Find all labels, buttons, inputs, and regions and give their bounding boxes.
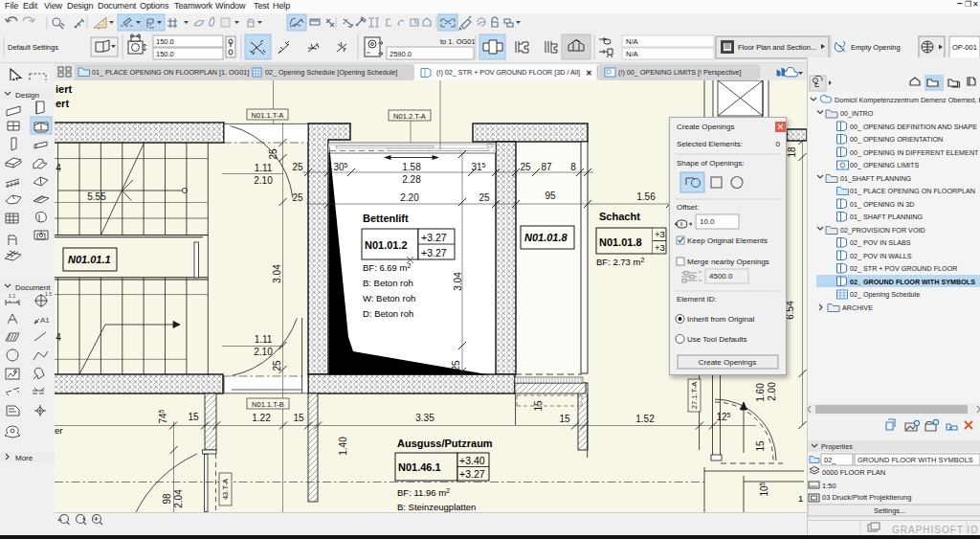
svg-text:Floor Plan and Section...: Floor Plan and Section... (738, 43, 816, 52)
svg-text:N/A: N/A (626, 50, 638, 58)
svg-text:N01.46.1: N01.46.1 (398, 461, 441, 473)
svg-text:01_ PLACE OPENING ON FLOORPLAN: 01_ PLACE OPENING ON FLOORPLAN [1. OG01] (92, 68, 249, 77)
svg-text:Shape of Openings:: Shape of Openings: (677, 159, 745, 168)
svg-text:0: 0 (776, 140, 781, 148)
svg-text:Default Settings: Default Settings (8, 43, 58, 52)
svg-text:01_ OPENING IN 3D: 01_ OPENING IN 3D (850, 200, 915, 209)
svg-text:Element ID:: Element ID: (677, 295, 717, 303)
svg-text:W: Beton roh: W: Beton roh (363, 293, 415, 303)
svg-text:02_PROVISION FOR VOID: 02_PROVISION FOR VOID (840, 226, 925, 235)
svg-text:01_SHAFT PLANNING: 01_SHAFT PLANNING (840, 174, 912, 183)
svg-text:+3.27: +3.27 (421, 247, 447, 258)
svg-text:1.52: 1.52 (635, 414, 655, 424)
svg-text:00_INTRO: 00_INTRO (840, 109, 874, 118)
svg-text:+3: +3 (655, 229, 665, 239)
svg-text:3.35: 3.35 (415, 413, 434, 423)
svg-text:Domicil Kompetenzzentrum Demen: Domicil Kompetenzzentrum Demenz Oberried… (835, 96, 980, 104)
svg-text:15: 15 (293, 413, 304, 423)
svg-text:B: Beton roh: B: Beton roh (363, 278, 413, 288)
svg-text:Schacht: Schacht (599, 211, 640, 222)
svg-text:4: 4 (56, 332, 61, 343)
svg-text:ARCHIVE: ARCHIVE (842, 303, 873, 312)
svg-text:150.0: 150.0 (156, 50, 174, 58)
svg-text:95: 95 (545, 191, 556, 201)
svg-text:D: Beton roh: D: Beton roh (363, 308, 413, 319)
svg-text:Empty Opening: Empty Opening (851, 43, 901, 52)
svg-text:5.55: 5.55 (87, 191, 106, 202)
svg-text:OP-001: OP-001 (952, 43, 977, 52)
svg-text:Inherit from Original: Inherit from Original (687, 315, 754, 324)
svg-text:150.0: 150.0 (156, 37, 174, 46)
svg-text:25: 25 (292, 192, 303, 203)
svg-text:More: More (15, 454, 33, 462)
svg-text:+3.27: +3.27 (459, 468, 485, 480)
svg-text:Ausguss/Putzraum: Ausguss/Putzraum (397, 438, 493, 449)
svg-text:2.04: 2.04 (173, 489, 184, 508)
svg-text:Bettenlift: Bettenlift (363, 213, 409, 224)
svg-text:2590.0: 2590.0 (390, 50, 412, 58)
svg-text:1.11: 1.11 (255, 334, 273, 345)
svg-text:N01.1.T-B: N01.1.T-B (252, 400, 284, 409)
svg-text:3.04: 3.04 (453, 272, 463, 291)
svg-text:Properties: Properties (821, 442, 853, 451)
svg-text:1.11: 1.11 (255, 163, 273, 173)
svg-text:02_ STR + POV GROUND FLOOR: 02_ STR + POV GROUND FLOOR (850, 264, 957, 273)
svg-text:1.2: 1.2 (9, 293, 15, 299)
svg-text:BF: 11.96 m2: BF: 11.96 m2 (397, 487, 450, 498)
svg-text:Offset:: Offset: (677, 203, 699, 212)
svg-text:1.58: 1.58 (402, 162, 421, 172)
svg-text:8: 8 (570, 162, 576, 172)
svg-text:Design: Design (15, 91, 39, 100)
svg-text:+3: +3 (655, 242, 665, 253)
svg-text:N01.2.T-A: N01.2.T-A (393, 112, 426, 121)
svg-text:15: 15 (188, 412, 199, 422)
svg-text:iert: iert (56, 83, 72, 95)
svg-text:Merge nearby Openings: Merge nearby Openings (687, 258, 769, 266)
svg-text:1.40: 1.40 (338, 437, 348, 456)
svg-text:A1: A1 (40, 316, 50, 325)
svg-text:02_: 02_ (824, 456, 836, 464)
svg-text:03 Druck/Plott Projektierung: 03 Druck/Plott Projektierung (822, 493, 911, 502)
svg-text:er: er (55, 425, 62, 436)
svg-text:Settings...: Settings... (874, 506, 905, 515)
svg-text:1.22: 1.22 (252, 413, 271, 423)
svg-text:N/A: N/A (626, 37, 638, 46)
svg-text:25: 25 (292, 162, 303, 172)
svg-text:4: 4 (56, 163, 61, 173)
svg-text:2.28: 2.28 (402, 174, 421, 185)
svg-text:01_ SHAFT PLANNING: 01_ SHAFT PLANNING (850, 213, 924, 221)
svg-text:GROUND FLOOR WITH SYMBOLS: GROUND FLOOR WITH SYMBOLS (858, 456, 973, 464)
svg-text:B: Steinzeugplatten: B: Steinzeugplatten (397, 502, 476, 512)
svg-text:25: 25 (520, 162, 531, 172)
svg-text:(!) 02_ STR + POV GROUND FLOOR: (!) 02_ STR + POV GROUND FLOOR [3D / All… (436, 68, 580, 77)
svg-text:BF: 6.69 m2: BF: 6.69 m2 (363, 262, 411, 273)
svg-text:Create Openings: Create Openings (699, 358, 756, 367)
svg-text:4500.0: 4500.0 (709, 272, 733, 281)
svg-text:00_ OPENING ORIENTATION: 00_ OPENING ORIENTATION (850, 135, 943, 144)
svg-text:ert: ert (56, 98, 69, 109)
svg-text:43.T-A: 43.T-A (221, 479, 230, 500)
svg-text:18: 18 (787, 146, 797, 158)
svg-text:+3.40: +3.40 (459, 455, 485, 466)
svg-text:Selected Elements:: Selected Elements: (677, 140, 743, 148)
svg-text:N01.01.1: N01.01.1 (68, 254, 111, 265)
svg-text:25: 25 (272, 360, 282, 371)
svg-text:Use Tool Defaults: Use Tool Defaults (687, 335, 747, 344)
svg-text:25: 25 (479, 192, 490, 203)
svg-text:00_ OPENING DEFINITION AND SHA: 00_ OPENING DEFINITION AND SHAPE (850, 123, 977, 131)
svg-text:✕: ✕ (586, 69, 592, 78)
svg-text:2.10: 2.10 (254, 175, 273, 186)
svg-text:10.0: 10.0 (700, 217, 715, 226)
svg-text:N01.01.2: N01.01.2 (365, 239, 408, 251)
svg-text:Keep Original Elements: Keep Original Elements (687, 236, 768, 245)
svg-text:00_ OPENING LIMITS: 00_ OPENING LIMITS (850, 161, 920, 169)
svg-text:3.04: 3.04 (272, 264, 282, 283)
svg-text:2.10: 2.10 (254, 347, 273, 357)
svg-text:(!) 00_ OPENING LIMITS [! Pers: (!) 00_ OPENING LIMITS [! Perspective] (618, 68, 742, 77)
svg-text:1.56: 1.56 (636, 191, 656, 202)
svg-text:0000 FLOOR PLAN: 0000 FLOOR PLAN (822, 468, 885, 477)
svg-text:01_ PLACE OPENING ON FLOORPLAN: 01_ PLACE OPENING ON FLOORPLAN (850, 187, 975, 195)
svg-text:2.00: 2.00 (767, 382, 777, 401)
svg-text:15: 15 (755, 440, 766, 452)
svg-text:02_ POV IN SLABS: 02_ POV IN SLABS (850, 238, 911, 247)
